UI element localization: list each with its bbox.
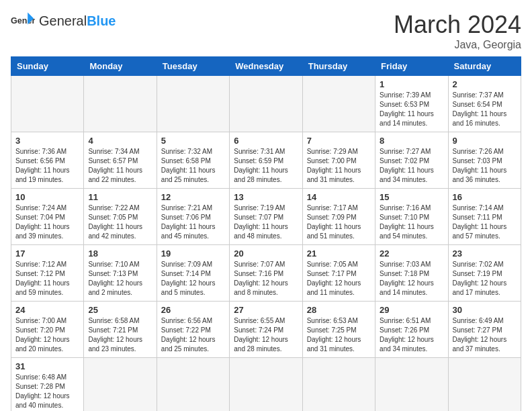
calendar-cell [11, 76, 84, 132]
day-header-thursday: Thursday [302, 57, 375, 76]
day-number: 26 [161, 305, 225, 315]
calendar-cell: 25Sunrise: 6:58 AM Sunset: 7:21 PM Dayli… [84, 302, 157, 358]
day-info: Sunrise: 7:24 AM Sunset: 7:04 PM Dayligh… [15, 203, 79, 241]
calendar-cell: 27Sunrise: 6:55 AM Sunset: 7:24 PM Dayli… [230, 302, 302, 358]
calendar-cell: 3Sunrise: 7:36 AM Sunset: 6:56 PM Daylig… [11, 132, 84, 189]
day-info: Sunrise: 6:53 AM Sunset: 7:25 PM Dayligh… [307, 316, 371, 354]
calendar-cell: 12Sunrise: 7:21 AM Sunset: 7:06 PM Dayli… [157, 189, 229, 245]
day-info: Sunrise: 7:07 AM Sunset: 7:16 PM Dayligh… [234, 260, 298, 298]
calendar-cell: 20Sunrise: 7:07 AM Sunset: 7:16 PM Dayli… [230, 245, 302, 302]
calendar-cell: 6Sunrise: 7:31 AM Sunset: 6:59 PM Daylig… [230, 132, 302, 189]
day-info: Sunrise: 7:19 AM Sunset: 7:07 PM Dayligh… [234, 203, 298, 241]
day-number: 22 [380, 248, 443, 259]
calendar-cell: 10Sunrise: 7:24 AM Sunset: 7:04 PM Dayli… [11, 189, 84, 245]
calendar-cell [302, 76, 375, 132]
calendar-cell: 8Sunrise: 7:27 AM Sunset: 7:02 PM Daylig… [375, 132, 448, 189]
day-number: 23 [453, 248, 517, 259]
day-header-friday: Friday [375, 57, 448, 76]
day-number: 31 [15, 361, 79, 371]
day-number: 6 [234, 136, 298, 146]
day-header-tuesday: Tuesday [157, 57, 229, 76]
calendar-cell [84, 76, 157, 132]
calendar-cell: 21Sunrise: 7:05 AM Sunset: 7:17 PM Dayli… [302, 245, 375, 302]
day-number: 5 [161, 136, 225, 146]
day-info: Sunrise: 6:48 AM Sunset: 7:28 PM Dayligh… [15, 373, 79, 410]
week-row-3: 10Sunrise: 7:24 AM Sunset: 7:04 PM Dayli… [11, 189, 521, 245]
day-info: Sunrise: 7:26 AM Sunset: 7:03 PM Dayligh… [453, 147, 517, 185]
day-number: 16 [453, 192, 517, 202]
calendar-cell: 30Sunrise: 6:49 AM Sunset: 7:27 PM Dayli… [448, 302, 521, 358]
calendar-cell: 5Sunrise: 7:32 AM Sunset: 6:58 PM Daylig… [157, 132, 229, 189]
day-number: 25 [88, 305, 152, 315]
day-info: Sunrise: 6:55 AM Sunset: 7:24 PM Dayligh… [234, 316, 298, 354]
day-header-wednesday: Wednesday [230, 57, 302, 76]
calendar-cell: 23Sunrise: 7:02 AM Sunset: 7:19 PM Dayli… [448, 245, 521, 302]
day-number: 7 [307, 136, 371, 146]
week-row-6: 31Sunrise: 6:48 AM Sunset: 7:28 PM Dayli… [11, 358, 521, 412]
day-info: Sunrise: 7:12 AM Sunset: 7:12 PM Dayligh… [15, 260, 79, 298]
calendar-cell [157, 76, 229, 132]
calendar-cell [448, 358, 521, 412]
day-number: 29 [380, 305, 443, 315]
day-info: Sunrise: 7:39 AM Sunset: 6:53 PM Dayligh… [380, 91, 443, 128]
day-number: 30 [453, 305, 517, 315]
day-number: 9 [453, 136, 517, 146]
day-info: Sunrise: 7:32 AM Sunset: 6:58 PM Dayligh… [161, 147, 225, 185]
day-info: Sunrise: 7:16 AM Sunset: 7:10 PM Dayligh… [380, 203, 443, 241]
day-number: 2 [453, 79, 517, 89]
day-number: 17 [15, 248, 79, 259]
day-info: Sunrise: 7:02 AM Sunset: 7:19 PM Dayligh… [453, 260, 517, 298]
calendar-cell: 9Sunrise: 7:26 AM Sunset: 7:03 PM Daylig… [448, 132, 521, 189]
day-info: Sunrise: 7:10 AM Sunset: 7:13 PM Dayligh… [88, 260, 152, 298]
month-title: March 2024 [394, 11, 521, 39]
days-header-row: SundayMondayTuesdayWednesdayThursdayFrid… [11, 57, 521, 76]
week-row-1: 1Sunrise: 7:39 AM Sunset: 6:53 PM Daylig… [11, 76, 521, 132]
day-info: Sunrise: 7:09 AM Sunset: 7:14 PM Dayligh… [161, 260, 225, 298]
calendar-cell: 4Sunrise: 7:34 AM Sunset: 6:57 PM Daylig… [84, 132, 157, 189]
day-number: 20 [234, 248, 298, 259]
calendar-cell [230, 358, 302, 412]
day-info: Sunrise: 7:14 AM Sunset: 7:11 PM Dayligh… [453, 203, 517, 241]
calendar-cell: 14Sunrise: 7:17 AM Sunset: 7:09 PM Dayli… [302, 189, 375, 245]
day-number: 8 [380, 136, 443, 146]
day-number: 15 [380, 192, 443, 202]
calendar-cell: 28Sunrise: 6:53 AM Sunset: 7:25 PM Dayli… [302, 302, 375, 358]
day-info: Sunrise: 6:49 AM Sunset: 7:27 PM Dayligh… [453, 316, 517, 354]
calendar-cell: 7Sunrise: 7:29 AM Sunset: 7:00 PM Daylig… [302, 132, 375, 189]
logo: General GeneralBlue [11, 11, 116, 31]
day-info: Sunrise: 7:17 AM Sunset: 7:09 PM Dayligh… [307, 203, 371, 241]
day-header-saturday: Saturday [448, 57, 521, 76]
calendar-cell: 17Sunrise: 7:12 AM Sunset: 7:12 PM Dayli… [11, 245, 84, 302]
calendar-cell [375, 358, 448, 412]
day-header-monday: Monday [84, 57, 157, 76]
calendar-cell: 31Sunrise: 6:48 AM Sunset: 7:28 PM Dayli… [11, 358, 84, 412]
day-info: Sunrise: 7:21 AM Sunset: 7:06 PM Dayligh… [161, 203, 225, 241]
calendar-cell: 1Sunrise: 7:39 AM Sunset: 6:53 PM Daylig… [375, 76, 448, 132]
calendar-cell: 13Sunrise: 7:19 AM Sunset: 7:07 PM Dayli… [230, 189, 302, 245]
day-number: 18 [88, 248, 152, 259]
day-number: 1 [380, 79, 443, 89]
day-number: 12 [161, 192, 225, 202]
calendar-cell: 15Sunrise: 7:16 AM Sunset: 7:10 PM Dayli… [375, 189, 448, 245]
day-number: 27 [234, 305, 298, 315]
day-number: 28 [307, 305, 371, 315]
calendar-table: SundayMondayTuesdayWednesdayThursdayFrid… [11, 56, 521, 411]
day-number: 21 [307, 248, 371, 259]
day-number: 10 [15, 192, 79, 202]
day-header-sunday: Sunday [11, 57, 84, 76]
calendar-cell: 24Sunrise: 7:00 AM Sunset: 7:20 PM Dayli… [11, 302, 84, 358]
day-number: 3 [15, 136, 79, 146]
calendar-cell [230, 76, 302, 132]
location: Java, Georgia [394, 39, 521, 51]
day-number: 14 [307, 192, 371, 202]
day-info: Sunrise: 6:51 AM Sunset: 7:26 PM Dayligh… [380, 316, 443, 354]
calendar-cell: 26Sunrise: 6:56 AM Sunset: 7:22 PM Dayli… [157, 302, 229, 358]
day-number: 4 [88, 136, 152, 146]
calendar-cell: 11Sunrise: 7:22 AM Sunset: 7:05 PM Dayli… [84, 189, 157, 245]
calendar-cell: 16Sunrise: 7:14 AM Sunset: 7:11 PM Dayli… [448, 189, 521, 245]
day-number: 13 [234, 192, 298, 202]
logo-icon: General [11, 11, 35, 31]
day-info: Sunrise: 7:37 AM Sunset: 6:54 PM Dayligh… [453, 91, 517, 128]
day-info: Sunrise: 7:03 AM Sunset: 7:18 PM Dayligh… [380, 260, 443, 298]
calendar-cell [84, 358, 157, 412]
